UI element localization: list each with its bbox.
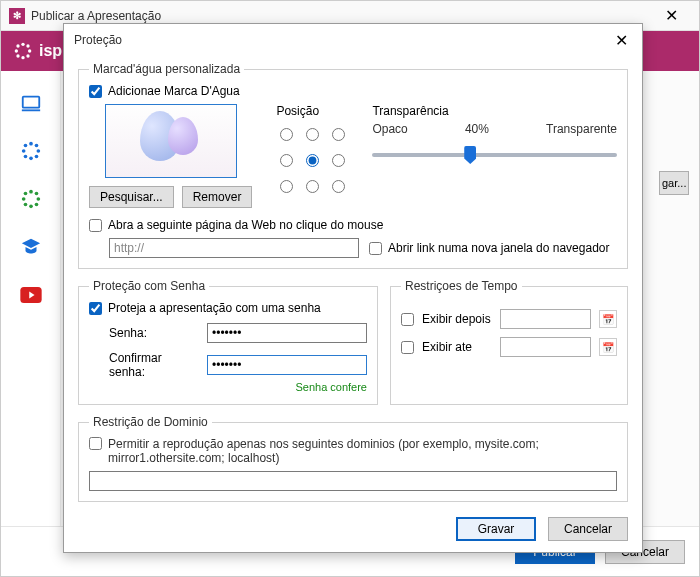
protect-label: Proteja a apresentação com uma senha (108, 301, 321, 315)
transparency-slider[interactable] (372, 144, 617, 168)
protect-input[interactable] (89, 302, 102, 315)
svg-point-4 (16, 44, 19, 47)
webclick-input[interactable] (89, 219, 102, 232)
position-radio-5[interactable] (332, 154, 345, 167)
position-radio-3[interactable] (280, 154, 293, 167)
password-match-message: Senha confere (89, 381, 367, 393)
transparency-label: Transparência (372, 104, 617, 118)
sidebar-item-education[interactable] (19, 235, 43, 259)
transparency-value: 40% (465, 122, 489, 136)
svg-point-0 (21, 43, 24, 46)
slider-thumb[interactable] (464, 146, 476, 164)
cropped-button-fragment[interactable]: gar... (659, 171, 689, 195)
svg-rect-8 (22, 97, 39, 108)
svg-point-9 (29, 142, 33, 146)
sidebar-item-ispring[interactable] (19, 139, 43, 163)
save-button[interactable]: Gravar (456, 517, 536, 541)
add-watermark-label: Adicionae Marca D'Agua (108, 84, 240, 98)
show-after-checkbox[interactable] (401, 313, 414, 326)
svg-point-15 (23, 155, 27, 159)
time-legend: Restriçoes de Tempo (401, 279, 522, 293)
svg-point-2 (15, 49, 18, 52)
position-group: Posição (276, 104, 348, 208)
position-radio-8[interactable] (332, 180, 345, 193)
watermark-legend: Marcad'água personalizada (89, 62, 244, 76)
svg-point-7 (26, 54, 29, 57)
svg-point-24 (34, 203, 38, 207)
remove-button[interactable]: Remover (182, 186, 253, 208)
protect-checkbox[interactable]: Proteja a apresentação com uma senha (89, 301, 367, 315)
svg-point-3 (28, 49, 31, 52)
svg-point-6 (16, 54, 19, 57)
show-after-label: Exibir depois (422, 312, 492, 326)
add-watermark-checkbox[interactable]: Adicionae Marca D'Agua (89, 84, 617, 98)
password-legend: Proteção com Senha (89, 279, 209, 293)
position-radio-0[interactable] (280, 128, 293, 141)
window-close-icon[interactable]: ✕ (651, 6, 691, 25)
svg-point-21 (23, 192, 27, 196)
svg-point-10 (29, 157, 33, 161)
newwindow-checkbox[interactable]: Abrir link numa nova janela do navegador (369, 241, 609, 255)
position-radio-4[interactable] (306, 154, 319, 167)
webclick-checkbox[interactable]: Abra a seguinte página da Web no clique … (89, 218, 617, 232)
balloon-icon (168, 117, 198, 155)
time-fieldset: Restriçoes de Tempo Exibir depois 📅 Exib… (390, 279, 628, 405)
show-until-date-input[interactable] (500, 337, 591, 357)
sidebar-item-youtube[interactable] (19, 283, 43, 307)
dialog-title: Proteção (74, 33, 611, 47)
sidebar-item-computer[interactable] (19, 91, 43, 115)
newwindow-label: Abrir link numa nova janela do navegador (388, 241, 609, 255)
transparency-right-label: Transparente (546, 122, 617, 136)
domain-fieldset: Restrição de Dominio Permitir a reproduç… (78, 415, 628, 502)
domain-list-input[interactable] (89, 471, 617, 491)
burst-icon (13, 41, 33, 61)
svg-point-1 (21, 56, 24, 59)
webclick-url-input[interactable] (109, 238, 359, 258)
svg-point-12 (36, 149, 40, 153)
window-title: Publicar a Apresentação (31, 9, 651, 23)
browse-button[interactable]: Pesquisar... (89, 186, 174, 208)
confirm-password-input[interactable] (207, 355, 367, 375)
show-until-checkbox[interactable] (401, 341, 414, 354)
transparency-left-label: Opaco (372, 122, 407, 136)
webclick-label: Abra a seguinte página da Web no clique … (108, 218, 383, 232)
svg-point-14 (34, 144, 38, 148)
position-radio-1[interactable] (306, 128, 319, 141)
domain-allow-label: Permitir a reprodução apenas nos seguint… (108, 437, 617, 465)
svg-point-11 (21, 149, 25, 153)
slider-track (372, 153, 617, 157)
domain-legend: Restrição de Dominio (89, 415, 212, 429)
sidebar (1, 71, 61, 526)
position-radio-6[interactable] (280, 180, 293, 193)
position-radio-7[interactable] (306, 180, 319, 193)
svg-point-13 (23, 144, 27, 148)
sidebar-item-lms[interactable] (19, 187, 43, 211)
dialog-bottom-bar: Gravar Cancelar (64, 506, 642, 552)
watermark-preview (105, 104, 237, 178)
calendar-icon[interactable]: 📅 (599, 310, 617, 328)
domain-allow-checkbox[interactable] (89, 437, 102, 450)
password-label: Senha: (109, 326, 199, 340)
dialog-titlebar: Proteção ✕ (64, 24, 642, 56)
svg-point-20 (36, 197, 40, 201)
password-fieldset: Proteção com Senha Proteja a apresentaçã… (78, 279, 378, 405)
svg-point-23 (23, 203, 27, 207)
add-watermark-input[interactable] (89, 85, 102, 98)
protection-dialog: Proteção ✕ Marcad'água personalizada Adi… (63, 23, 643, 553)
confirm-password-label: Confirmar senha: (109, 351, 199, 379)
password-input[interactable] (207, 323, 367, 343)
svg-point-5 (26, 44, 29, 47)
position-label: Posição (276, 104, 348, 118)
app-icon: ✻ (9, 8, 25, 24)
dialog-content: Marcad'água personalizada Adicionae Marc… (64, 56, 642, 506)
svg-point-22 (34, 192, 38, 196)
cancel-button[interactable]: Cancelar (548, 517, 628, 541)
svg-point-16 (34, 155, 38, 159)
svg-point-17 (29, 190, 33, 194)
transparency-group: Transparência Opaco 40% Transparente (372, 104, 617, 208)
position-radio-2[interactable] (332, 128, 345, 141)
show-after-date-input[interactable] (500, 309, 591, 329)
dialog-close-icon[interactable]: ✕ (611, 31, 632, 50)
newwindow-input[interactable] (369, 242, 382, 255)
calendar-icon[interactable]: 📅 (599, 338, 617, 356)
